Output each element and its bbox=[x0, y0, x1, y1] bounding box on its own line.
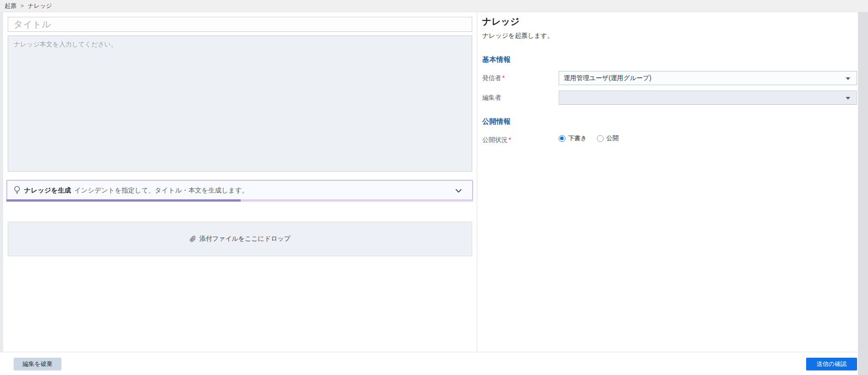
section-heading-basic-info: 基本情報 bbox=[482, 55, 510, 65]
breadcrumb: 起票 > ナレッジ bbox=[0, 0, 868, 12]
radio-public-label[interactable]: 公開 bbox=[606, 134, 619, 142]
status-label-text: 公開状況 bbox=[482, 136, 508, 143]
form-title: ナレッジ bbox=[482, 15, 520, 28]
left-edge-strip bbox=[0, 12, 3, 352]
vertical-scrollbar[interactable] bbox=[858, 12, 868, 375]
sender-label-text: 発信者 bbox=[482, 74, 501, 81]
generate-progress-bar-track bbox=[241, 199, 473, 202]
knowledge-title-input[interactable] bbox=[8, 17, 472, 32]
breadcrumb-item-kihyo[interactable]: 起票 bbox=[5, 2, 16, 10]
breadcrumb-item-knowledge: ナレッジ bbox=[28, 2, 52, 10]
editor-select[interactable] bbox=[559, 91, 857, 105]
editor-field-label: 編集者 bbox=[482, 94, 501, 102]
sender-select-value: 運用管理ユーザ(運用グループ) bbox=[564, 74, 651, 81]
confirm-submit-button[interactable]: 送信の確認 bbox=[806, 358, 857, 370]
breadcrumb-separator: > bbox=[20, 3, 24, 9]
chevron-down-icon[interactable] bbox=[453, 185, 464, 198]
generate-knowledge-panel[interactable]: ナレッジを生成 インシデントを指定して、タイトル・本文を生成します。 bbox=[6, 180, 473, 201]
form-description: ナレッジを起票します。 bbox=[482, 32, 554, 40]
footer-divider bbox=[0, 352, 858, 352]
section-heading-publish-info: 公開情報 bbox=[482, 117, 510, 127]
lightbulb-icon bbox=[14, 186, 20, 195]
sender-field-label: 発信者* bbox=[482, 74, 505, 82]
editor-label-text: 編集者 bbox=[482, 94, 501, 101]
attachment-dropzone-label: 添付ファイルをここにドロップ bbox=[200, 235, 291, 243]
caret-down-icon bbox=[846, 77, 850, 80]
status-field-label: 公開状況* bbox=[482, 136, 511, 144]
required-asterisk: * bbox=[509, 136, 511, 143]
radio-public-unselected[interactable] bbox=[597, 135, 604, 142]
knowledge-body-textarea[interactable] bbox=[8, 35, 472, 172]
generate-knowledge-description: インシデントを指定して、タイトル・本文を生成します。 bbox=[74, 186, 248, 195]
radio-draft-label[interactable]: 下書き bbox=[568, 134, 587, 142]
generate-progress-bar-filled bbox=[6, 199, 241, 202]
radio-draft-selected[interactable] bbox=[559, 135, 565, 142]
paperclip-icon bbox=[190, 235, 196, 243]
attachment-dropzone[interactable]: 添付ファイルをここにドロップ bbox=[8, 222, 472, 256]
generate-knowledge-title: ナレッジを生成 bbox=[24, 186, 71, 195]
sender-select[interactable]: 運用管理ユーザ(運用グループ) bbox=[559, 71, 857, 85]
required-asterisk: * bbox=[502, 74, 505, 81]
caret-down-icon bbox=[846, 97, 850, 100]
publish-status-radio-group: 下書き 公開 bbox=[559, 134, 619, 142]
discard-edits-button[interactable]: 編集を破棄 bbox=[14, 358, 61, 370]
pane-divider bbox=[477, 12, 477, 352]
